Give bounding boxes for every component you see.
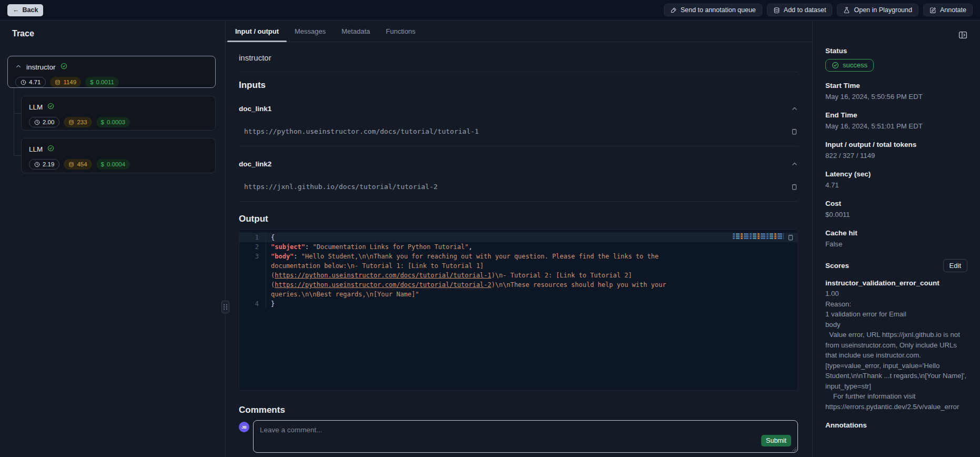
chevron-up-icon bbox=[791, 105, 798, 112]
tree-connector-vertical bbox=[14, 88, 14, 155]
main-panel: Input / outputMessagesMetadataFunctions … bbox=[226, 21, 812, 457]
span-name: LLM bbox=[29, 145, 43, 153]
panel-toggle-icon bbox=[958, 31, 967, 39]
tokens-label: Input / output / total tokens bbox=[825, 141, 967, 149]
start-time-label: Start Time bbox=[825, 82, 967, 90]
back-label: Back bbox=[23, 6, 38, 14]
span-card-llm-1[interactable]: LLM2.00233$0.0003 bbox=[21, 96, 216, 131]
tokens-badge: 1149 bbox=[50, 77, 81, 87]
tokens-badge: 233 bbox=[64, 117, 92, 127]
annotate-button[interactable]: Annotate bbox=[923, 4, 973, 16]
add-to-dataset-button[interactable]: Add to dataset bbox=[767, 4, 833, 16]
cost-label: Cost bbox=[825, 200, 967, 208]
status-label: Status bbox=[825, 47, 967, 55]
dollar-icon: $ bbox=[101, 161, 104, 167]
cost-badge: $0.0011 bbox=[85, 77, 119, 87]
details-panel: Status success Start Time May 16, 2024, … bbox=[812, 21, 980, 457]
output-heading: Output bbox=[239, 213, 798, 225]
trace-viewer-app: ← Back Send to annotation queueAdd to da… bbox=[0, 0, 980, 457]
panel-collapse-button[interactable] bbox=[958, 31, 967, 39]
check-circle-icon bbox=[60, 63, 67, 69]
latency-label: Latency (sec) bbox=[825, 170, 967, 178]
dollar-icon: $ bbox=[101, 119, 104, 125]
scores-row: Scores Edit bbox=[825, 259, 967, 272]
latency-badge: 4.71 bbox=[15, 77, 46, 87]
topbar-actions: Send to annotation queueAdd to datasetOp… bbox=[664, 4, 973, 16]
end-time-value: May 16, 2024, 5:51:01 PM EDT bbox=[825, 122, 967, 131]
database-icon bbox=[773, 7, 780, 14]
tab-metadata[interactable]: Metadata bbox=[334, 21, 378, 42]
cost-value: $0.0011 bbox=[825, 210, 967, 219]
clock-icon bbox=[34, 120, 40, 125]
flask-icon bbox=[843, 7, 850, 14]
status-badge: success bbox=[825, 59, 874, 72]
main-body: instructor Inputs doc_link1https://pytho… bbox=[226, 53, 812, 453]
line-number: 4 bbox=[239, 299, 266, 309]
chevron-up-icon bbox=[791, 161, 798, 167]
cache-hit-value: False bbox=[825, 240, 967, 249]
cache-hit-label: Cache hit bbox=[825, 229, 967, 237]
input-label: doc_link2 bbox=[239, 160, 271, 168]
tree-connector-stub bbox=[14, 155, 21, 156]
input-value: https://python.useinstructor.com/docs/tu… bbox=[244, 127, 479, 135]
tree-connector-stub bbox=[14, 113, 21, 114]
copy-output-button[interactable] bbox=[787, 234, 794, 241]
tokens-value: 822 / 327 / 1149 bbox=[825, 151, 967, 160]
copy-icon bbox=[791, 128, 798, 135]
span-card-instructor-0[interactable]: instructor4.711149$0.0011 bbox=[7, 56, 216, 88]
tokens-badge: 454 bbox=[64, 159, 92, 170]
pen-tag-icon bbox=[670, 7, 677, 14]
span-title: instructor bbox=[239, 53, 798, 72]
open-in-playground-button[interactable]: Open in Playground bbox=[837, 4, 918, 16]
span-name: instructor bbox=[26, 63, 56, 71]
input-item-doc-link2: doc_link2https://jxnl.github.io/docs/tut… bbox=[239, 146, 798, 202]
check-circle-icon bbox=[47, 103, 54, 110]
clock-icon bbox=[34, 162, 40, 167]
database-icon bbox=[68, 120, 74, 125]
comment-box: Submit bbox=[253, 420, 798, 453]
collapse-input-button[interactable] bbox=[791, 105, 798, 112]
check-circle-icon bbox=[832, 62, 839, 69]
comments-heading: Comments bbox=[239, 404, 798, 416]
scores-label: Scores bbox=[825, 262, 849, 270]
tab-input-output[interactable]: Input / output bbox=[227, 21, 287, 42]
copy-input-button[interactable] bbox=[791, 128, 798, 135]
code-line-3: 3"body": "Hello Student,\n\nThank you fo… bbox=[239, 252, 797, 299]
submit-comment-button[interactable]: Submit bbox=[761, 435, 791, 446]
score-name: instructor_validation_error_count bbox=[825, 279, 967, 287]
copy-input-button[interactable] bbox=[791, 183, 798, 191]
back-button[interactable]: ← Back bbox=[7, 4, 43, 16]
chevron-up-icon bbox=[15, 63, 22, 69]
copy-icon bbox=[791, 183, 798, 191]
send-to-annotation-queue-button[interactable]: Send to annotation queue bbox=[664, 4, 762, 16]
input-item-doc-link1: doc_link1https://python.useinstructor.co… bbox=[239, 91, 798, 146]
line-number: 1 bbox=[239, 233, 266, 242]
inputs-heading: Inputs bbox=[239, 80, 798, 91]
score-value: 1.00 bbox=[825, 289, 967, 299]
score-reason: 1 validation error for Email body Value … bbox=[825, 309, 967, 412]
edit-icon bbox=[930, 7, 936, 14]
code-lines: 1{2"subject": "Documentation Links for P… bbox=[239, 230, 797, 309]
comment-row: JB Submit bbox=[239, 420, 798, 453]
clock-icon bbox=[21, 80, 26, 85]
annotations-heading: Annotations bbox=[825, 421, 967, 429]
dollar-icon: $ bbox=[90, 79, 93, 85]
topbar: ← Back Send to annotation queueAdd to da… bbox=[0, 0, 980, 21]
span-name: LLM bbox=[29, 103, 43, 111]
collapse-input-button[interactable] bbox=[791, 161, 798, 167]
trace-tree: instructor4.711149$0.0011LLM2.00233$0.00… bbox=[0, 21, 225, 457]
tab-functions[interactable]: Functions bbox=[378, 21, 423, 42]
comment-input[interactable] bbox=[254, 421, 797, 452]
span-card-llm-2[interactable]: LLM2.19454$0.0004 bbox=[21, 138, 216, 173]
edit-scores-button[interactable]: Edit bbox=[943, 259, 967, 272]
tab-messages[interactable]: Messages bbox=[287, 21, 334, 42]
check-circle-icon bbox=[47, 145, 54, 152]
code-line-2: 2"subject": "Documentation Links for Pyt… bbox=[239, 242, 797, 252]
cost-badge: $0.0004 bbox=[96, 159, 130, 170]
start-time-value: May 16, 2024, 5:50:56 PM EDT bbox=[825, 92, 967, 101]
cost-badge: $0.0003 bbox=[96, 117, 130, 127]
output-code-block[interactable]: 1{2"subject": "Documentation Links for P… bbox=[239, 229, 798, 391]
latency-value: 4.71 bbox=[825, 181, 967, 190]
inputs-list: doc_link1https://python.useinstructor.co… bbox=[239, 91, 798, 202]
database-icon bbox=[55, 80, 60, 85]
